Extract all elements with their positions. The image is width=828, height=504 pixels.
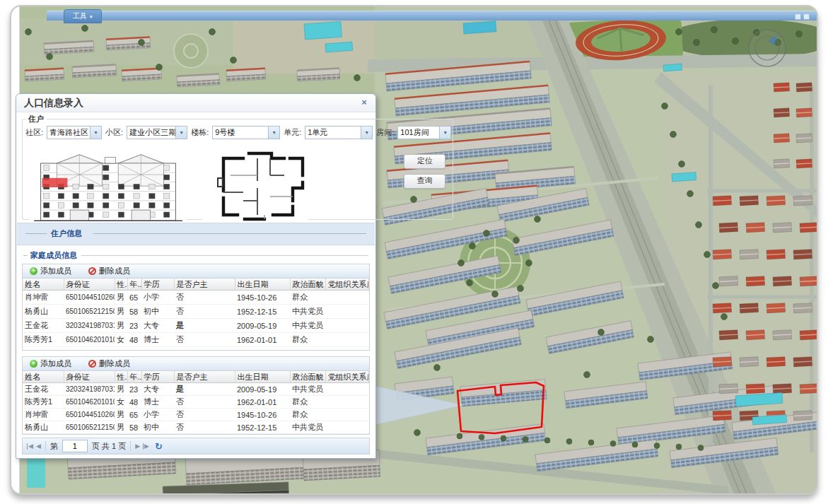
- cell-birth: 1945-10-26: [235, 409, 290, 421]
- prev-page-icon[interactable]: ◀: [36, 443, 41, 450]
- cell-gender: 女: [115, 396, 127, 409]
- refresh-icon[interactable]: ↻: [155, 441, 163, 452]
- building-elevation-drawing[interactable]: [30, 151, 187, 223]
- column-header[interactable]: 性..: [115, 279, 127, 291]
- close-icon[interactable]: ×: [358, 98, 370, 108]
- cell-birth: 1952-12-15: [235, 305, 290, 319]
- cell-gender: 男: [115, 319, 127, 333]
- compass-widget[interactable]: [749, 30, 786, 66]
- cell-political: 群众: [290, 396, 325, 409]
- window-minimize-icon[interactable]: [795, 13, 801, 20]
- family-members-grid-2: + 添加成员 删除成员 姓名身份证性..年..学历是否户主出生日期政治面貌党组织…: [22, 356, 370, 435]
- column-header[interactable]: 是否户主: [174, 279, 235, 291]
- floor-plan-drawing[interactable]: [202, 147, 308, 225]
- cell-gender: 女: [115, 333, 127, 347]
- building-select[interactable]: 9号楼 ▼: [212, 126, 280, 139]
- room-label: 房间:: [376, 127, 394, 138]
- cell-birth: 2009-05-19: [235, 319, 290, 333]
- unit-value: 1单元: [305, 127, 361, 138]
- cell-name: 陈秀芳1: [23, 396, 64, 409]
- member-row[interactable]: 陈秀芳1650104620101084女48博士否1962-01-01群众: [23, 396, 369, 409]
- resident-info-section[interactable]: 住户信息: [17, 223, 375, 245]
- query-button[interactable]: 查询: [404, 174, 445, 189]
- subdistrict-label: 小区:: [105, 127, 123, 138]
- column-header[interactable]: 学历: [141, 279, 174, 291]
- cell-name: 王金花: [23, 383, 64, 396]
- column-header[interactable]: 出生日期: [235, 371, 290, 383]
- remove-icon: [88, 360, 96, 368]
- cell-unit: [325, 396, 369, 409]
- column-header[interactable]: 身份证: [64, 279, 115, 291]
- cell-id: 650106521215083: [64, 421, 115, 434]
- cell-unit: [325, 305, 369, 319]
- column-header[interactable]: 政治面貌: [290, 371, 325, 383]
- resident-info-label: 住户信息: [51, 228, 82, 239]
- cell-edu: 初中: [141, 305, 174, 319]
- locate-button[interactable]: 定位: [404, 154, 445, 169]
- column-header[interactable]: 姓名: [23, 371, 64, 383]
- section-dash: [25, 233, 47, 234]
- member-row[interactable]: 陈秀芳1650104620101084女48博士否1962-01-01群众: [23, 333, 369, 347]
- add-member-button[interactable]: + 添加成员: [30, 358, 71, 369]
- subdistrict-value: 建业小区三期: [127, 127, 175, 138]
- subdistrict-select[interactable]: 建业小区三期 ▼: [127, 126, 187, 139]
- cell-head: 否: [174, 396, 235, 409]
- last-page-icon[interactable]: ▶: [143, 443, 149, 450]
- remove-member-button[interactable]: 删除成员: [88, 266, 130, 276]
- gable-right: [118, 155, 163, 186]
- room-value: 101房间: [398, 127, 439, 138]
- room-select[interactable]: 101房间 ▼: [397, 126, 451, 139]
- cell-age: 23: [127, 319, 141, 333]
- column-header[interactable]: 身份证: [64, 371, 115, 383]
- column-header[interactable]: 政治面貌: [290, 279, 325, 291]
- cell-unit: [325, 319, 369, 333]
- column-header[interactable]: 出生日期: [235, 279, 290, 291]
- column-header[interactable]: 党组织关系所在单位: [325, 371, 369, 383]
- window-restore-icon[interactable]: [803, 13, 810, 20]
- unit-label: 单元:: [284, 127, 301, 138]
- cell-unit: [325, 383, 369, 396]
- cell-edu: 大专: [141, 319, 174, 333]
- remove-member-button[interactable]: 删除成员: [88, 358, 130, 369]
- unit-select[interactable]: 1单元 ▼: [305, 126, 373, 139]
- member-row[interactable]: 肖坤雷650104451026071男65小学否1945-10-26群众: [23, 291, 369, 305]
- page-suffix-label: 页 共 1 页: [92, 441, 126, 452]
- next-page-icon[interactable]: ▶: [135, 443, 140, 450]
- member-row[interactable]: 杨勇山650106521215083男58初中否1952-12-15中共党员: [23, 305, 369, 319]
- member-row[interactable]: 王金花320324198703132762男23大专是2009-05-19中共党…: [23, 319, 369, 333]
- add-member-button[interactable]: + 添加成员: [30, 266, 71, 276]
- selected-unit-highlight[interactable]: [42, 178, 68, 187]
- cell-gender: 男: [115, 409, 127, 421]
- cell-head: 否: [174, 305, 235, 319]
- cell-birth: 1952-12-15: [235, 421, 290, 434]
- grid-toolbar: + 添加成员 删除成员: [23, 264, 369, 279]
- column-header[interactable]: 是否户主: [174, 371, 235, 383]
- remove-member-label: 删除成员: [99, 358, 130, 369]
- community-select[interactable]: 青海路社区 ▼: [47, 126, 102, 139]
- cell-unit: [325, 409, 369, 421]
- cell-name: 陈秀芳1: [23, 333, 64, 347]
- add-member-label: 添加成员: [40, 266, 71, 276]
- chevron-down-icon: ▼: [90, 127, 101, 139]
- page-number-input[interactable]: [62, 440, 88, 452]
- add-icon: +: [30, 267, 37, 275]
- column-header[interactable]: 年..: [127, 279, 141, 291]
- pagination-bar: ◀ ◀ 第 页 共 1 页 ▶ ▶ ↻: [22, 438, 370, 455]
- member-row[interactable]: 杨勇山650106521215083男58初中否1952-12-15中共党员: [23, 421, 369, 434]
- chevron-down-icon: ▾: [90, 14, 93, 19]
- chevron-down-icon: ▼: [361, 127, 372, 139]
- column-header[interactable]: 姓名: [23, 279, 64, 291]
- column-header[interactable]: 性..: [115, 371, 127, 383]
- first-page-icon[interactable]: ◀: [27, 443, 33, 450]
- member-row[interactable]: 王金花320324198703132762男23大专是2009-05-19中共党…: [23, 383, 369, 396]
- tools-menu[interactable]: 工具▾: [64, 9, 102, 23]
- building-value: 9号楼: [213, 127, 268, 138]
- cell-edu: 博士: [141, 333, 174, 347]
- column-header[interactable]: 党组织关系所在单位: [325, 279, 369, 291]
- member-row[interactable]: 肖坤雷650104451026071男65小学否1945-10-26群众: [23, 409, 369, 421]
- selector-row: 社区: 青海路社区 ▼ 小区: 建业小区三期 ▼ 楼栋: 9号楼 ▼ 单元: 1…: [23, 124, 453, 139]
- cell-id: 650104620101084: [64, 333, 115, 347]
- column-header[interactable]: 学历: [141, 371, 174, 383]
- cell-age: 23: [127, 383, 141, 396]
- column-header[interactable]: 年..: [127, 371, 141, 383]
